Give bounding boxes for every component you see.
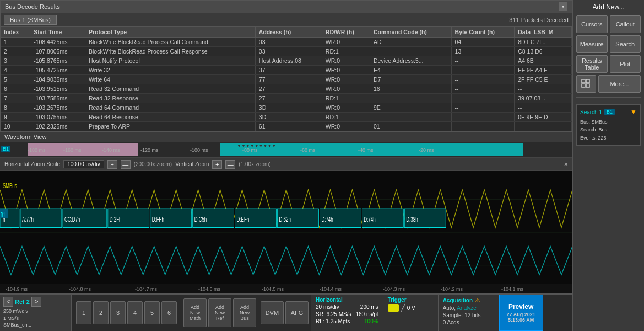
ch-btn-4[interactable]: 4: [127, 301, 143, 324]
col-index: Index: [1, 27, 30, 38]
dvm-btn[interactable]: DVM: [261, 301, 284, 324]
preview-date-val: 27 Aug 2021: [507, 312, 535, 317]
channel-buttons: 1 2 3 4 5 6: [72, 295, 181, 331]
add-ref-btn[interactable]: AddNewRef: [208, 298, 231, 327]
waveform-close-button[interactable]: ×: [564, 160, 568, 168]
table-cell-8-5: --: [370, 113, 452, 122]
table-cell-9-6: --: [451, 122, 515, 131]
table-cell-2-1: -105.8765ms: [30, 56, 85, 66]
icon-button[interactable]: [576, 75, 596, 93]
add-bus-btn[interactable]: AddNewBus: [233, 298, 256, 327]
callout-button[interactable]: Callout: [610, 15, 641, 33]
preview-label: Preview: [508, 303, 533, 311]
top-button-row: Cursors Callout: [576, 15, 641, 33]
table-row[interactable]: 5-104.9035msWrite 6477WR:0D7--2F FF C5 E: [1, 75, 572, 84]
bottom-bar: < Ref 2 > 250 mV/div 1 MS/s SMBus_ch... …: [0, 293, 572, 331]
table-row[interactable]: 10-102.2325msPrepare To ARP61WR:001----: [1, 122, 572, 131]
svg-text:D:74h: D:74h: [321, 215, 333, 223]
table-cell-7-7: --: [515, 103, 572, 113]
horiz-val-2b: 160 ns/pt: [355, 311, 378, 317]
table-row[interactable]: 9-103.0755msRead 64 Response3DRD:1----0F…: [1, 113, 572, 122]
v-zoom-plus[interactable]: +: [212, 160, 222, 169]
table-cell-7-2: Read 64 Command: [85, 103, 255, 113]
table-cell-3-7: FF 9E A4 F: [515, 66, 572, 75]
search-button[interactable]: Search: [610, 35, 641, 53]
table-cell-8-7: 0F 9E 9E D: [515, 113, 572, 122]
table-cell-0-5: AD: [370, 38, 452, 47]
ref-nav-prev[interactable]: <: [3, 297, 13, 307]
table-cell-6-6: --: [451, 94, 515, 103]
table-cell-8-6: --: [451, 113, 515, 122]
add-ref-label: AddNewRef: [215, 305, 225, 321]
v-zoom-minus[interactable]: —: [225, 160, 235, 169]
afg-btn[interactable]: AFG: [285, 301, 309, 324]
table-row[interactable]: 3-105.8765msHost Notify ProtocolHost Add…: [1, 56, 572, 66]
table-cell-4-3: 77: [255, 75, 322, 84]
waveform-canvas: h A:77h CC:D7h D:2Fh D:FFh D:C5h D:EFh D…: [0, 171, 572, 293]
time-tick-9: -104.1 ms: [501, 286, 523, 292]
h-zoom-plus[interactable]: +: [107, 160, 117, 169]
time-tick-1: -104.9 ms: [6, 286, 28, 292]
table-cell-6-0: 7: [1, 94, 30, 103]
cursors-button[interactable]: Cursors: [576, 15, 608, 33]
plot-button[interactable]: Plot: [610, 55, 641, 73]
waveform-svg: h A:77h CC:D7h D:2Fh D:FFh D:C5h D:EFh D…: [0, 171, 572, 293]
search1-bus: Bus: SMBus: [580, 118, 637, 126]
search1-info: Bus: SMBus Search: Bus Events: 225: [580, 118, 637, 142]
table-cell-2-3: Host Address:08: [255, 56, 322, 66]
add-math-btn[interactable]: AddNewMath: [183, 298, 207, 327]
table-cell-3-5: E4: [370, 66, 452, 75]
table-row[interactable]: 6-103.9515msRead 32 Command27WR:016----: [1, 84, 572, 94]
svg-rect-30: [586, 79, 589, 83]
ref-info: 250 mV/div 1 MS/s SMBus_ch...: [3, 308, 68, 329]
table-row[interactable]: 2-107.8005msBlockWrite BlockRead Process…: [1, 47, 572, 56]
table-row[interactable]: 1-108.4425msBlockWrite BlockRead Process…: [1, 38, 572, 47]
preview-button[interactable]: Preview 27 Aug 2021 5:13:06 AM: [499, 295, 543, 331]
ch-btn-2[interactable]: 2: [93, 301, 109, 324]
horiz-val-3a: RL: 1.25 Mpts: [316, 318, 350, 324]
ref-info-1: 250 mV/div: [3, 308, 68, 315]
ch-btn-5[interactable]: 5: [144, 301, 160, 324]
table-cell-5-7: --: [515, 84, 572, 94]
results-table-button[interactable]: Results Table: [576, 55, 608, 73]
acquisition-mode: Auto, Analyze: [443, 305, 494, 311]
svg-text:CC:D7h: CC:D7h: [64, 215, 80, 223]
acquisition-label: Acquisition: [443, 297, 473, 303]
table-cell-1-1: -107.8005ms: [30, 47, 85, 56]
time-tick-4: -104.6 ms: [198, 286, 220, 292]
table-row[interactable]: 4-105.4725msWrite 3237WR:0E4--FF 9E A4 F: [1, 66, 572, 75]
table-cell-7-5: 9E: [370, 103, 452, 113]
table-row[interactable]: 8-103.2675msRead 64 Command3DWR:09E----: [1, 103, 572, 113]
b1-timeline-tag: B1: [1, 146, 10, 152]
more-button[interactable]: More...: [598, 75, 641, 93]
measure-button[interactable]: Measure: [576, 35, 608, 53]
svg-text:SMBus: SMBus: [3, 181, 17, 190]
trigger-ch: ╱ 0 V: [388, 304, 434, 312]
svg-text:A:77h: A:77h: [22, 215, 34, 223]
tl-label-1: -180 ms: [28, 147, 46, 153]
ref-nav-next[interactable]: >: [31, 297, 41, 307]
col-protocol-type: Protocol Type: [85, 27, 255, 38]
tl-label-9: -20 ms: [419, 147, 434, 153]
preview-date: 27 Aug 2021 5:13:06 AM: [507, 312, 535, 323]
table-cell-9-0: 10: [1, 122, 30, 131]
zoom-bar: Horizontal Zoom Scale 100.00 us/div + — …: [0, 158, 572, 171]
table-row[interactable]: 7-103.7585msRead 32 Response27RD:1----39…: [1, 94, 572, 103]
ch-btn-3[interactable]: 3: [110, 301, 126, 324]
acquisition-acqs: 0 Acqs: [443, 319, 494, 325]
table-cell-0-2: BlockWrite BlockRead Process Call Comman…: [85, 38, 255, 47]
table-cell-6-1: -103.7585ms: [30, 94, 85, 103]
table-cell-9-7: --: [515, 122, 572, 131]
h-zoom-value: 100.00 us/div: [63, 160, 104, 168]
ch-btn-6[interactable]: 6: [161, 301, 177, 324]
grid-icon: [581, 78, 592, 89]
close-button[interactable]: ×: [559, 2, 567, 11]
ch-btn-1[interactable]: 1: [76, 301, 91, 324]
right-panel: Add New... Cursors Callout Measure Searc…: [572, 0, 644, 331]
table-cell-2-0: 3: [1, 56, 30, 66]
h-zoom-minus[interactable]: —: [121, 160, 131, 169]
tl-label-2: -160 ms: [63, 147, 82, 153]
table-cell-4-0: 5: [1, 75, 30, 84]
bus-tab[interactable]: Bus 1 (SMBus): [4, 15, 57, 25]
acquisition-panel: Acquisition ⚠ Auto, Analyze Sample: 12 b…: [439, 295, 499, 331]
